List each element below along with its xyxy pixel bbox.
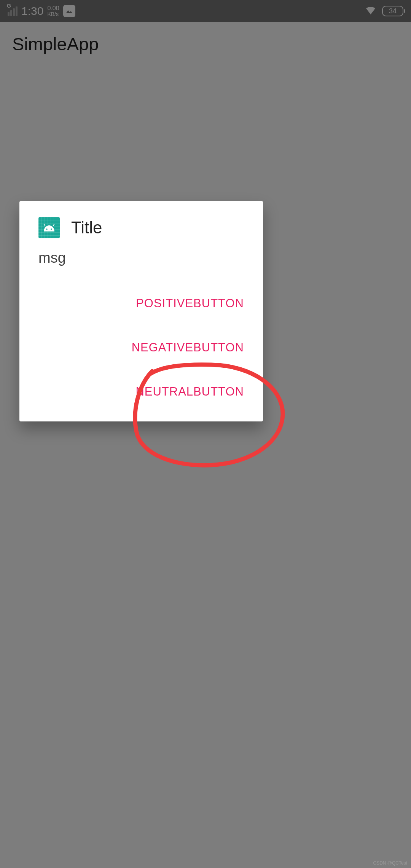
dialog-header: Title: [19, 201, 263, 246]
dialog-title: Title: [71, 218, 102, 237]
svg-line-3: [53, 224, 54, 226]
svg-point-0: [46, 228, 48, 230]
android-icon: [38, 217, 60, 238]
negative-button[interactable]: NEGATIVEBUTTON: [132, 326, 244, 370]
watermark: CSDN @QCTest: [373, 860, 407, 866]
dialog-message: msg: [19, 246, 263, 281]
neutral-button[interactable]: NEUTRALBUTTON: [135, 370, 244, 414]
svg-line-2: [44, 224, 45, 226]
dialog-scrim[interactable]: [0, 0, 411, 868]
dialog-buttons: POSITIVEBUTTON NEGATIVEBUTTON NEUTRALBUT…: [19, 281, 263, 414]
svg-point-1: [51, 228, 52, 230]
positive-button[interactable]: POSITIVEBUTTON: [136, 281, 244, 326]
alert-dialog: Title msg POSITIVEBUTTON NEGATIVEBUTTON …: [19, 201, 263, 421]
